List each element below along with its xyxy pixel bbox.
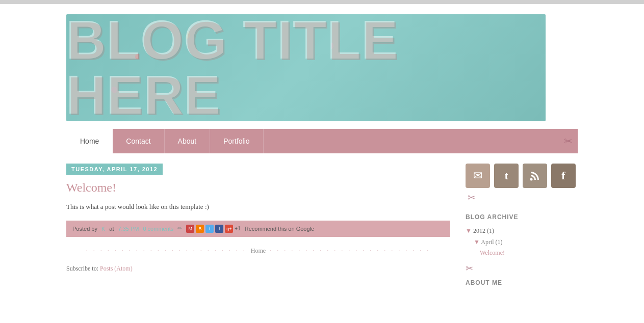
share-icons: M B t f g+ +1 (186, 225, 240, 233)
share-blogger-icon[interactable]: B (196, 225, 204, 233)
post-body: This is what a post would look like on t… (66, 202, 450, 212)
post-footer: Posted by K at 7:35 PM 0 comments ✏ M B … (66, 221, 450, 237)
nav-item-home[interactable]: Home (66, 129, 113, 153)
archive-post-link[interactable]: Welcome! (466, 248, 578, 259)
scissors-icon: ✂ (564, 135, 573, 147)
post-title: Welcome! (66, 181, 450, 195)
social-email-icon[interactable]: ✉ (466, 164, 490, 188)
page-wrapper: BLOG TITLE HERE Home Contact About Portf… (0, 4, 644, 323)
comments-link[interactable]: 0 comments (143, 226, 173, 232)
nav-item-about[interactable]: About (165, 129, 211, 153)
archive-item: ▼ 2012 (1) ▼ April (1) Welcome! (466, 226, 578, 259)
sidebar-scissors-bottom-icon: ✂ (466, 263, 578, 274)
at-text: at (109, 226, 114, 232)
share-gplus-icon[interactable]: g+ (225, 225, 233, 233)
social-facebook-icon[interactable]: f (551, 164, 576, 188)
blog-header: BLOG TITLE HERE (0, 4, 644, 129)
archive-month-link[interactable]: April (481, 238, 494, 246)
share-gplus-1[interactable]: +1 (235, 226, 240, 231)
about-me-title: ABOUT ME (466, 279, 578, 286)
blog-title: BLOG TITLE HERE (66, 14, 546, 121)
social-icons-row: ✉ t f ✂ (466, 164, 578, 203)
archive-year[interactable]: 2012 (473, 227, 485, 234)
browser-bar (0, 0, 644, 4)
subscribe-bar: Subscribe to: Posts (Atom) (66, 265, 450, 273)
dots-right: · · · · · · · · · · · · · · · · · · · · … (270, 247, 430, 255)
archive-month-row: ▼ April (1) (466, 237, 578, 248)
main-content: Tuesday, April 17, 2012 Welcome! This is… (66, 164, 450, 286)
archive-section-title: BLOG ARCHIVE (466, 213, 578, 221)
share-facebook-icon[interactable]: f (215, 225, 223, 233)
nav-item-contact[interactable]: Contact (113, 129, 164, 153)
posted-by-text: Posted by (72, 226, 97, 232)
subscribe-posts-link[interactable]: Posts (Atom) (100, 265, 133, 272)
nav-bar: Home Contact About Portfolio ✂ (66, 129, 578, 153)
sidebar: ✉ t f ✂ BLOG ARCHIVE ▼ 2012 (1) (466, 164, 578, 286)
main-layout: Tuesday, April 17, 2012 Welcome! This is… (66, 153, 578, 286)
svg-point-0 (530, 178, 533, 181)
post-time-link[interactable]: 7:35 PM (118, 226, 139, 232)
dots-left: · · · · · · · · · · · · · · · · · · · · … (86, 247, 247, 255)
archive-month-toggle[interactable]: ▼ (474, 238, 480, 246)
main-nav: Home Contact About Portfolio (66, 129, 264, 153)
share-twitter-icon[interactable]: t (205, 225, 214, 233)
social-tumblr-icon[interactable]: t (494, 164, 519, 188)
nav-item-portfolio[interactable]: Portfolio (210, 129, 263, 153)
recommend-google-text: Recommend this on Google (245, 226, 314, 232)
archive-year-count: (1) (487, 227, 494, 234)
post-date-label: Tuesday, April 17, 2012 (66, 164, 163, 175)
pagination-area: · · · · · · · · · · · · · · · · · · · · … (66, 247, 450, 255)
archive-month-count: (1) (496, 238, 503, 246)
archive-toggle[interactable]: ▼ (466, 227, 472, 234)
edit-icon: ✏ (177, 225, 182, 232)
blog-title-graphic: BLOG TITLE HERE (66, 14, 546, 121)
pagination-home-link[interactable]: Home (251, 247, 266, 255)
social-rss-icon[interactable] (523, 164, 547, 188)
subscribe-prefix: Subscribe to: (66, 265, 98, 272)
share-gmail-icon[interactable]: M (186, 225, 194, 233)
author-link[interactable]: K (101, 226, 105, 232)
sidebar-scissors-icon: ✂ (468, 192, 475, 203)
